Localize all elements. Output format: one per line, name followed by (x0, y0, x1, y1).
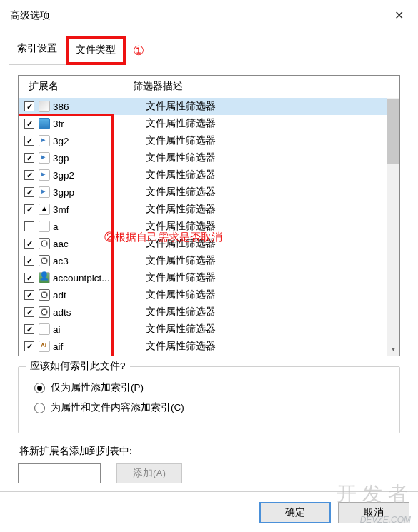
annotation-1: ① (133, 43, 144, 59)
file-type-icon (39, 118, 50, 129)
file-type-icon (39, 289, 50, 301)
add-ext-label: 将新扩展名添加到列表中: (19, 445, 400, 458)
ext-text: 3gp (53, 153, 146, 164)
window-title: 高级选项 (10, 9, 50, 22)
checkbox[interactable] (24, 153, 34, 163)
table-row[interactable]: ai文件属性筛选器 (19, 321, 399, 338)
ext-text: ac3 (53, 256, 146, 266)
desc-text: 文件属性筛选器 (146, 340, 399, 353)
table-row[interactable]: adt文件属性筛选器 (19, 286, 399, 303)
dialog-buttons: 确定 取消 (0, 491, 418, 532)
header-desc[interactable]: 筛选器描述 (133, 80, 394, 93)
list-header: 扩展名 筛选器描述 (19, 76, 399, 98)
index-mode-group: 应该如何索引此文件? 仅为属性添加索引(P) 为属性和文件内容添加索引(C) (18, 366, 400, 433)
desc-text: 文件属性筛选器 (146, 100, 399, 113)
ext-text: adt (53, 290, 146, 301)
table-row[interactable]: 3gpp文件属性筛选器 (19, 184, 399, 201)
tab-file-types[interactable]: 文件类型 (66, 36, 126, 65)
checkbox[interactable] (24, 341, 34, 351)
file-type-icon (39, 186, 50, 198)
radio-properties-only[interactable]: 仅为属性添加索引(P) (34, 381, 389, 394)
ext-text: 386 (53, 101, 146, 112)
file-type-icon (39, 135, 50, 146)
file-type-icon (39, 341, 50, 352)
file-type-icon (39, 101, 50, 112)
table-row[interactable]: 3g2文件属性筛选器 (19, 132, 399, 149)
ext-text: 3gp2 (53, 170, 146, 181)
ext-text: 3fr (53, 119, 146, 129)
file-type-icon (39, 306, 50, 318)
titlebar: 高级选项 ✕ (0, 0, 418, 31)
table-row[interactable]: adts文件属性筛选器 (19, 303, 399, 321)
tab-index-settings[interactable]: 索引设置 (9, 36, 66, 65)
table-row[interactable]: ac3文件属性筛选器 (19, 252, 399, 269)
header-ext[interactable]: 扩展名 (24, 80, 133, 93)
file-type-icon (39, 204, 50, 215)
table-row[interactable]: accountpict...文件属性筛选器 (19, 269, 399, 286)
desc-text: 文件属性筛选器 (146, 288, 399, 301)
file-type-icon (39, 272, 50, 283)
radio-icon (34, 403, 45, 413)
table-row[interactable]: 3fr文件属性筛选器 (19, 115, 399, 132)
checkbox[interactable] (24, 187, 34, 197)
checkbox[interactable] (24, 204, 34, 214)
table-row[interactable]: 3gp文件属性筛选器 (19, 149, 399, 166)
group-title: 应该如何索引此文件? (26, 360, 130, 373)
add-button[interactable]: 添加(A) (116, 463, 182, 483)
add-ext-row: 添加(A) (18, 463, 400, 483)
ext-text: 3mf (53, 204, 146, 215)
desc-text: 文件属性筛选器 (146, 134, 399, 147)
file-type-icon (39, 323, 50, 335)
desc-text: 文件属性筛选器 (146, 306, 399, 318)
desc-text: 文件属性筛选器 (146, 203, 399, 216)
desc-text: 文件属性筛选器 (146, 254, 399, 267)
list-body[interactable]: ②根据自己需求是否取消 386文件属性筛选器3fr文件属性筛选器3g2文件属性筛… (19, 98, 399, 356)
radio-label: 为属性和文件内容添加索引(C) (51, 401, 184, 414)
checkbox[interactable] (24, 324, 34, 334)
table-row[interactable]: 386文件属性筛选器 (19, 98, 399, 115)
panel: 扩展名 筛选器描述 ②根据自己需求是否取消 386文件属性筛选器3fr文件属性筛… (9, 65, 409, 491)
cancel-button[interactable]: 取消 (338, 502, 409, 523)
scroll-down-icon[interactable]: ▾ (387, 343, 399, 356)
file-type-list: 扩展名 筛选器描述 ②根据自己需求是否取消 386文件属性筛选器3fr文件属性筛… (18, 75, 400, 356)
checkbox[interactable] (24, 136, 34, 146)
desc-text: 文件属性筛选器 (146, 186, 399, 199)
close-icon[interactable]: ✕ (389, 6, 409, 25)
file-type-icon (39, 255, 50, 266)
add-ext-input[interactable] (18, 463, 101, 483)
ok-button[interactable]: 确定 (259, 502, 331, 523)
desc-text: 文件属性筛选器 (146, 151, 399, 164)
radio-label: 仅为属性添加索引(P) (51, 381, 144, 394)
ext-text: aif (53, 341, 146, 352)
ext-text: 3g2 (53, 136, 146, 146)
file-type-icon (39, 221, 50, 232)
checkbox[interactable] (24, 307, 34, 317)
table-row[interactable]: aif文件属性筛选器 (19, 338, 399, 355)
scroll-thumb[interactable] (387, 99, 399, 164)
file-type-icon (39, 152, 50, 164)
table-row[interactable]: 3gp2文件属性筛选器 (19, 166, 399, 184)
checkbox[interactable] (24, 256, 34, 266)
checkbox[interactable] (24, 119, 34, 129)
radio-icon (34, 383, 45, 393)
desc-text: 文件属性筛选器 (146, 271, 399, 284)
table-row[interactable]: 3mf文件属性筛选器 (19, 201, 399, 218)
checkbox[interactable] (24, 290, 34, 300)
scrollbar[interactable]: ▴ ▾ (387, 98, 399, 356)
file-type-icon (39, 238, 50, 249)
ext-text: accountpict... (53, 273, 146, 283)
ext-text: adts (53, 307, 146, 318)
desc-text: 文件属性筛选器 (146, 323, 399, 336)
checkbox[interactable] (24, 101, 34, 111)
checkbox[interactable] (24, 273, 34, 283)
ext-text: ai (53, 324, 146, 335)
checkbox[interactable] (24, 239, 34, 249)
annotation-2: ②根据自己需求是否取消 (104, 231, 222, 244)
tabs: 索引设置 文件类型 ① (9, 36, 418, 65)
radio-properties-and-content[interactable]: 为属性和文件内容添加索引(C) (34, 401, 389, 414)
desc-text: 文件属性筛选器 (146, 169, 399, 181)
checkbox[interactable] (24, 170, 34, 180)
file-type-icon (39, 169, 50, 181)
checkbox[interactable] (24, 221, 34, 231)
desc-text: 文件属性筛选器 (146, 117, 399, 130)
